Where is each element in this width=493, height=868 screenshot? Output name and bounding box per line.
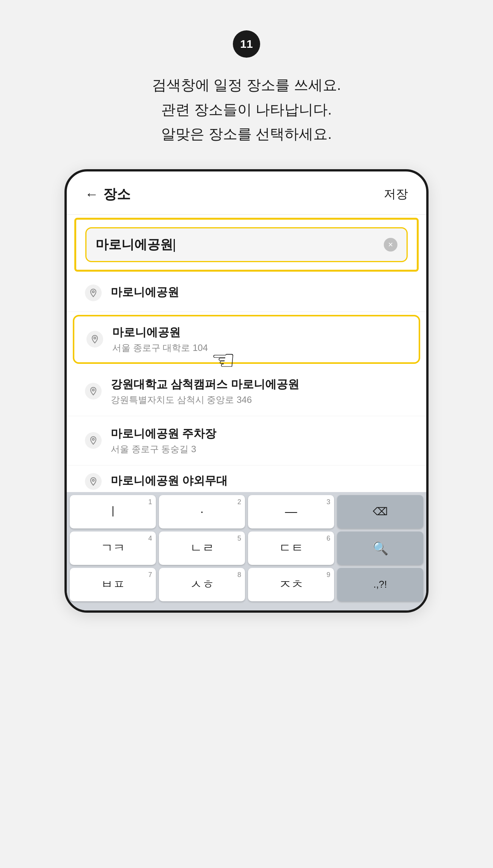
keyboard-row-2: 4 ㄱㅋ 5 ㄴㄹ 6 ㄷㅌ 🔍: [70, 531, 423, 565]
result-addr-2: 서울 종로구 대학로 104: [112, 342, 407, 354]
svg-point-1: [94, 337, 96, 339]
key-char: ㅂㅍ: [101, 576, 125, 593]
search-input-container[interactable]: 마로니에공원: [85, 227, 408, 262]
key-number: 2: [237, 498, 241, 506]
phone-frame: ← 장소 저장 마로니에공원 마로니에공원: [64, 169, 429, 613]
instruction-line1: 검색창에 일정 장소를 쓰세요.: [152, 73, 341, 97]
header-title: 장소: [103, 185, 130, 204]
keyboard-row-3: 7 ㅂㅍ 8 ㅅㅎ 9 ㅈㅊ .,?!: [70, 568, 423, 601]
svg-point-4: [93, 480, 94, 481]
svg-point-2: [93, 389, 94, 391]
search-text-value: 마로니에공원: [96, 237, 173, 252]
result-item-5-partial: 마로니에공원 야외무대: [67, 465, 426, 492]
key-char: ㄴㄹ: [190, 540, 214, 557]
save-button[interactable]: 저장: [384, 186, 408, 203]
result-text-4: 마로니에공원 주차장 서울 종로구 동숭길 3: [111, 426, 408, 455]
result-item-5[interactable]: 마로니에공원 야외무대: [67, 465, 426, 492]
key-5-nr[interactable]: 5 ㄴㄹ: [159, 531, 245, 565]
key-number: 9: [327, 571, 330, 579]
key-punct[interactable]: .,?!: [337, 568, 423, 601]
svg-point-0: [93, 291, 94, 293]
search-results-list: 마로니에공원 마로니에공원 서울 종로구 대학로 104 ☞: [67, 275, 426, 492]
key-backspace[interactable]: ⌫: [337, 495, 423, 528]
instruction-line3: 알맞은 장소를 선택하세요.: [152, 122, 341, 146]
instruction-block: 검색창에 일정 장소를 쓰세요. 관련 장소들이 나타납니다. 알맞은 장소를 …: [152, 73, 341, 146]
result-item-4[interactable]: 마로니에공원 주차장 서울 종로구 동숭길 3: [67, 416, 426, 465]
location-icon-1: [85, 285, 102, 301]
result-name-3: 강원대학교 삼척캠퍼스 마로니에공원: [111, 377, 408, 392]
key-search[interactable]: 🔍: [337, 531, 423, 565]
result-item-3[interactable]: 강원대학교 삼척캠퍼스 마로니에공원 강원특별자치도 삼척시 중앙로 346: [67, 367, 426, 416]
result-name-5: 마로니에공원 야외무대: [111, 473, 408, 489]
key-7-bp[interactable]: 7 ㅂㅍ: [70, 568, 156, 601]
step-badge: 11: [233, 30, 260, 58]
result-name-2: 마로니에공원: [112, 325, 407, 340]
key-number: 3: [327, 498, 330, 506]
key-char: ㅅㅎ: [190, 576, 214, 593]
result-text-3: 강원대학교 삼척캠퍼스 마로니에공원 강원특별자치도 삼척시 중앙로 346: [111, 377, 408, 406]
key-number: 5: [237, 535, 241, 542]
result-addr-3: 강원특별자치도 삼척시 중앙로 346: [111, 394, 408, 406]
key-number: 6: [327, 535, 330, 542]
key-6-dt[interactable]: 6 ㄷㅌ: [248, 531, 334, 565]
svg-point-3: [93, 439, 94, 440]
phone-header: ← 장소 저장: [67, 171, 426, 215]
key-char: ㅈㅊ: [279, 576, 303, 593]
key-char: ㅣ: [107, 503, 119, 520]
key-number: 1: [148, 498, 152, 506]
key-char: —: [285, 505, 297, 519]
search-icon: 🔍: [372, 541, 388, 556]
key-9-jc[interactable]: 9 ㅈㅊ: [248, 568, 334, 601]
location-icon-4: [85, 432, 102, 449]
key-number: 4: [148, 535, 152, 542]
key-punct-label: .,?!: [373, 579, 387, 590]
result-text-1: 마로니에공원: [111, 285, 408, 302]
key-char: ·: [200, 505, 204, 519]
key-1-pipe[interactable]: 1 ㅣ: [70, 495, 156, 528]
location-icon-3: [85, 383, 102, 399]
result-text-5: 마로니에공원 야외무대: [111, 473, 408, 490]
search-section: 마로니에공원: [74, 218, 419, 272]
result-name-1: 마로니에공원: [111, 285, 408, 300]
keyboard-row-1: 1 ㅣ 2 · 3 — ⌫: [70, 495, 423, 528]
keyboard: 1 ㅣ 2 · 3 — ⌫ 4 ㄱㅋ 5 ㄴㄹ: [67, 492, 426, 610]
key-number: 7: [148, 571, 152, 579]
location-icon-5: [85, 473, 102, 490]
key-char: ㄱㅋ: [101, 540, 125, 557]
result-item-2[interactable]: 마로니에공원 서울 종로구 대학로 104: [73, 315, 420, 364]
instruction-line2: 관련 장소들이 나타납니다.: [152, 97, 341, 122]
step-number: 11: [240, 38, 253, 50]
result-item-1[interactable]: 마로니에공원: [67, 275, 426, 312]
back-arrow-icon: ←: [85, 187, 99, 201]
key-number: 8: [237, 571, 241, 579]
text-cursor: [174, 239, 175, 252]
key-2-dot[interactable]: 2 ·: [159, 495, 245, 528]
backspace-icon: ⌫: [373, 505, 388, 518]
clear-button[interactable]: [384, 238, 397, 252]
result-text-2: 마로니에공원 서울 종로구 대학로 104: [112, 325, 407, 354]
back-button[interactable]: ← 장소: [85, 185, 130, 204]
location-icon-2: [86, 331, 103, 348]
key-8-sh[interactable]: 8 ㅅㅎ: [159, 568, 245, 601]
key-4-gk[interactable]: 4 ㄱㅋ: [70, 531, 156, 565]
search-input-value[interactable]: 마로니에공원: [96, 236, 384, 253]
key-char: ㄷㅌ: [279, 540, 303, 557]
result-name-4: 마로니에공원 주차장: [111, 426, 408, 442]
key-3-dash[interactable]: 3 —: [248, 495, 334, 528]
result-addr-4: 서울 종로구 동숭길 3: [111, 443, 408, 455]
